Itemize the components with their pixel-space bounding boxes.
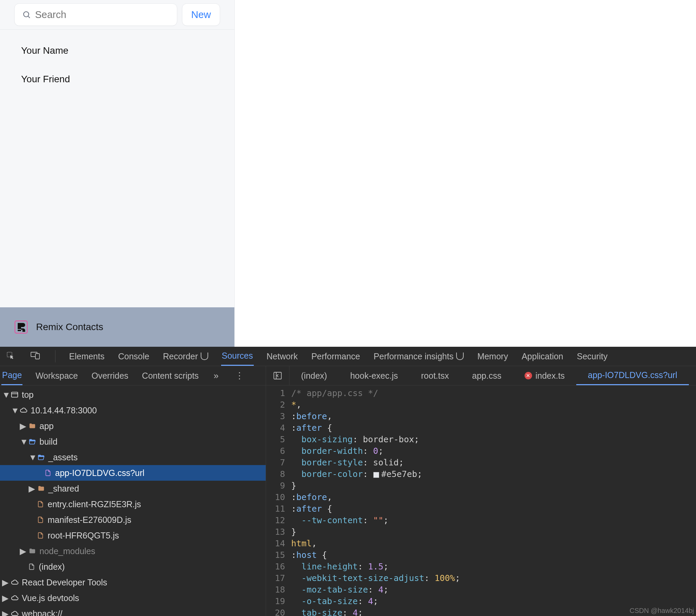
contact-item[interactable]: Your Name [10, 44, 225, 58]
window-icon [11, 391, 18, 399]
open-file-tab[interactable]: app.css [461, 366, 513, 385]
devtools-body: ▼ top ▼ 10.14.44.78:3000 ▶ app ▼ build ▼ [0, 386, 696, 616]
open-files-bar: (index)hook-exec.jsroot.tsxapp.css✕index… [266, 366, 696, 385]
devtools-subbar: PageWorkspaceOverridesContent scripts » … [0, 366, 696, 386]
devtools-tab-performance-insights[interactable]: Performance insights [373, 347, 464, 366]
open-file-tab[interactable]: hook-exec.js [338, 366, 409, 385]
device-toggle-icon[interactable] [29, 350, 42, 363]
sidebar: New Your Name Your Friend Remix Contacts [0, 0, 235, 347]
folder-icon [29, 422, 36, 430]
tree-label: 10.14.44.78:3000 [31, 406, 97, 416]
tree-label: React Developer Tools [22, 578, 107, 587]
cloud-icon [11, 610, 18, 616]
tree-file[interactable]: root-HFR6QGT5.js [0, 528, 266, 543]
devtools: ElementsConsoleRecorderSourcesNetworkPer… [0, 347, 696, 616]
detail-pane [235, 0, 696, 347]
cloud-icon [11, 594, 18, 602]
sources-subtab-workspace[interactable]: Workspace [35, 367, 79, 385]
app-area: New Your Name Your Friend Remix Contacts [0, 0, 696, 347]
tree-vue-devtools[interactable]: ▶ Vue.js devtools [0, 590, 266, 606]
folder-icon [29, 547, 36, 555]
tree-label: _assets [48, 453, 78, 462]
tree-react-devtools[interactable]: ▶ React Developer Tools [0, 574, 266, 590]
error-icon: ✕ [524, 372, 532, 379]
more-tabs-icon[interactable]: » [211, 371, 220, 381]
open-file-tab[interactable]: app-IO7DLDVG.css?url [576, 366, 689, 385]
devtools-tab-console[interactable]: Console [117, 347, 150, 366]
tree-host[interactable]: ▼ 10.14.44.78:3000 [0, 403, 266, 418]
tree-folder-assets[interactable]: ▼ _assets [0, 450, 266, 465]
search-input[interactable] [35, 9, 170, 20]
tree-label: node_modules [39, 546, 95, 556]
open-file-label: hook-exec.js [350, 371, 398, 381]
tree-label: _shared [48, 484, 79, 493]
cloud-icon [20, 407, 27, 414]
file-icon [28, 563, 35, 570]
devtools-tab-network[interactable]: Network [266, 347, 299, 366]
sources-subtabs: PageWorkspaceOverridesContent scripts » … [0, 366, 266, 385]
devtools-tab-memory[interactable]: Memory [477, 347, 509, 366]
devtools-tab-recorder[interactable]: Recorder [162, 347, 209, 366]
tree-file[interactable]: manifest-E276009D.js [0, 512, 266, 528]
svg-point-0 [23, 12, 29, 17]
remix-logo-icon [14, 320, 28, 334]
line-gutter: 1234567891011121314151617181920 [266, 386, 291, 616]
tree-label: entry.client-RGZI5E3R.js [48, 499, 141, 509]
tree-label: app-IO7DLDVG.css?url [55, 468, 145, 478]
tree-label: top [22, 390, 34, 400]
tree-top[interactable]: ▼ top [0, 387, 266, 403]
searchbar: New [0, 0, 234, 30]
tree-folder-build[interactable]: ▼ build [0, 434, 266, 450]
devtools-tab-application[interactable]: Application [521, 347, 564, 366]
tree-label: (index) [39, 562, 65, 572]
folder-open-icon [37, 454, 45, 461]
search-box[interactable] [14, 3, 177, 26]
file-icon [37, 532, 44, 539]
open-file-tab[interactable]: ✕index.ts [513, 366, 576, 385]
sources-subtab-overrides[interactable]: Overrides [91, 367, 129, 385]
divider [55, 350, 56, 362]
sidebar-footer: Remix Contacts [0, 307, 234, 347]
devtools-tab-elements[interactable]: Elements [68, 347, 105, 366]
code-editor[interactable]: 1234567891011121314151617181920 /* app/a… [266, 386, 696, 616]
tree-label: webpack:// [22, 609, 63, 616]
tree-file[interactable]: entry.client-RGZI5E3R.js [0, 496, 266, 512]
open-file-label: root.tsx [421, 371, 449, 381]
open-file-label: app.css [472, 371, 502, 381]
inspect-icon[interactable] [4, 350, 16, 363]
tree-folder-shared[interactable]: ▶ _shared [0, 481, 266, 496]
file-icon [37, 516, 44, 523]
svg-line-1 [28, 16, 30, 18]
sources-subtab-content-scripts[interactable]: Content scripts [141, 367, 199, 385]
new-button[interactable]: New [182, 3, 220, 26]
svg-rect-6 [274, 372, 281, 379]
devtools-tab-security[interactable]: Security [576, 347, 608, 366]
open-file-tab[interactable]: root.tsx [410, 366, 461, 385]
tree-file-index[interactable]: (index) [0, 559, 266, 574]
file-icon [44, 469, 52, 476]
tree-file-selected[interactable]: app-IO7DLDVG.css?url [0, 465, 266, 481]
tree-label: app [39, 421, 54, 431]
sidebar-footer-title: Remix Contacts [36, 322, 104, 333]
svg-rect-8 [12, 392, 18, 398]
sources-navigator[interactable]: ▼ top ▼ 10.14.44.78:3000 ▶ app ▼ build ▼ [0, 386, 266, 616]
devtools-main-tabs: ElementsConsoleRecorderSourcesNetworkPer… [0, 347, 696, 366]
tree-folder-app[interactable]: ▶ app [0, 418, 266, 434]
code-text[interactable]: /* app/app.css */ *, :before, :after { b… [291, 386, 696, 616]
tree-webpack[interactable]: ▶ webpack:// [0, 606, 266, 616]
cloud-icon [11, 579, 18, 586]
tree-label: build [39, 437, 58, 447]
contact-item[interactable]: Your Friend [10, 72, 225, 86]
tree-folder-node-modules[interactable]: ▶ node_modules [0, 543, 266, 559]
toggle-navigator-icon[interactable] [266, 366, 289, 385]
kebab-menu-icon[interactable]: ⋮ [233, 371, 246, 381]
sources-subtab-page[interactable]: Page [1, 366, 22, 385]
file-icon [37, 500, 44, 508]
devtools-tab-performance[interactable]: Performance [311, 347, 361, 366]
open-file-label: app-IO7DLDVG.css?url [588, 370, 677, 380]
search-icon [22, 10, 31, 19]
open-file-label: index.ts [535, 371, 565, 381]
open-file-tab[interactable]: (index) [289, 366, 338, 385]
devtools-tab-sources[interactable]: Sources [221, 347, 254, 366]
folder-icon [37, 485, 45, 492]
